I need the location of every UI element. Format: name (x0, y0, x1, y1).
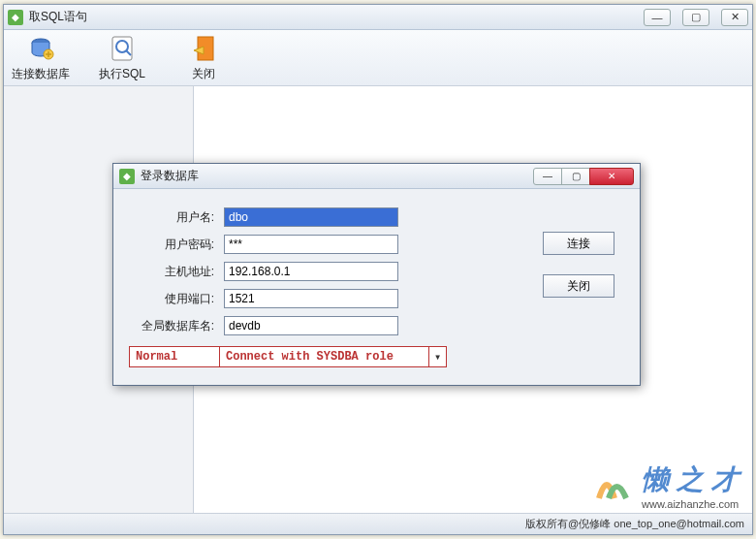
window-controls: — ▢ ✕ (644, 9, 748, 26)
app-icon: ◆ (8, 10, 23, 25)
row-dbname: 全局数据库名: (129, 315, 624, 336)
role-mode: Normal (130, 350, 219, 364)
login-dialog: ◆ 登录数据库 — ▢ ✕ 用户名: 用户密码: 主机地址: 使用端口: 全局数… (112, 163, 641, 386)
run-sql-icon (107, 33, 138, 64)
toolbar-connect-db[interactable]: 连接数据库 (12, 34, 70, 81)
port-input[interactable] (224, 289, 398, 308)
toolbar-label: 执行SQL (99, 66, 145, 82)
dialog-close-button[interactable]: ✕ (589, 168, 634, 185)
host-input[interactable] (224, 262, 398, 281)
label-port: 使用端口: (129, 291, 224, 307)
dialog-controls: — ▢ ✕ (534, 168, 634, 185)
username-input[interactable] (224, 207, 398, 227)
maximize-button[interactable]: ▢ (682, 9, 709, 26)
toolbar-close[interactable]: 关闭 (174, 34, 233, 81)
db-connect-icon (25, 33, 56, 64)
close-button[interactable]: ✕ (721, 9, 748, 26)
statusbar: 版权所有@倪修峰 one_top_one@hotmail.com (4, 513, 752, 534)
dialog-minimize-button[interactable]: — (533, 168, 562, 185)
row-username: 用户名: (129, 206, 624, 228)
role-desc: Connect with SYSDBA role (220, 350, 428, 364)
dialog-titlebar[interactable]: ◆ 登录数据库 — ▢ ✕ (113, 164, 640, 189)
dialog-maximize-button[interactable]: ▢ (561, 168, 590, 185)
toolbar-run-sql[interactable]: 执行SQL (93, 34, 151, 81)
dialog-icon: ◆ (119, 169, 135, 184)
dialog-title: 登录数据库 (141, 168, 534, 184)
toolbar-label: 连接数据库 (12, 66, 70, 82)
status-text: 版权所有@倪修峰 one_top_one@hotmail.com (525, 517, 744, 531)
label-password: 用户密码: (129, 237, 224, 253)
label-dbname: 全局数据库名: (129, 318, 224, 334)
connect-button[interactable]: 连接 (543, 232, 614, 255)
close-doc-icon (188, 33, 219, 64)
role-selector[interactable]: Normal Connect with SYSDBA role ▾ (129, 346, 447, 367)
label-host: 主机地址: (129, 264, 224, 280)
minimize-button[interactable]: — (644, 9, 671, 26)
toolbar-label: 关闭 (192, 66, 215, 82)
chevron-down-icon[interactable]: ▾ (428, 347, 446, 366)
toolbar: 连接数据库 执行SQL 关闭 (4, 30, 752, 86)
main-titlebar[interactable]: ◆ 取SQL语句 — ▢ ✕ (4, 5, 752, 30)
password-input[interactable] (224, 235, 398, 254)
dialog-body: 用户名: 用户密码: 主机地址: 使用端口: 全局数据库名: Normal Co… (113, 189, 640, 377)
close-action-button[interactable]: 关闭 (543, 274, 614, 298)
dialog-buttons: 连接 关闭 (543, 232, 614, 298)
dbname-input[interactable] (224, 316, 398, 335)
label-username: 用户名: (129, 209, 224, 226)
window-title: 取SQL语句 (29, 9, 644, 25)
